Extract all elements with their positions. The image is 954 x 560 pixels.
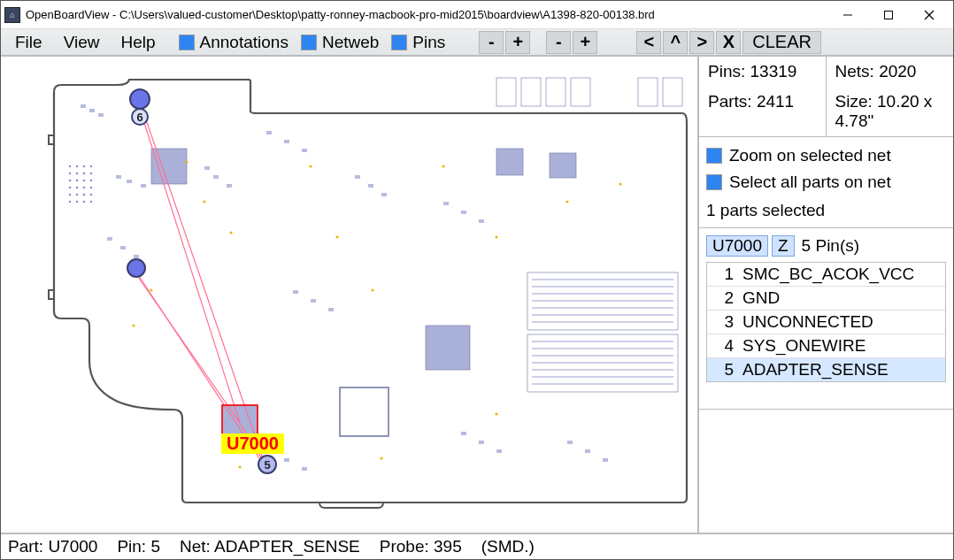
pin-row[interactable]: 3UNCONNECTED xyxy=(707,311,945,334)
part-z-button[interactable]: Z xyxy=(772,235,795,257)
close-button[interactable] xyxy=(909,2,950,28)
svg-rect-35 xyxy=(381,193,387,196)
pin-marker-top xyxy=(129,88,150,110)
toggle-annotations[interactable]: Annotations xyxy=(175,31,296,54)
nav-up-button[interactable]: ^ xyxy=(663,31,688,54)
svg-rect-47 xyxy=(496,449,502,453)
pin-row[interactable]: 1SMC_BC_ACOK_VCC xyxy=(707,263,945,287)
svg-rect-24 xyxy=(107,237,112,241)
nav-right-button[interactable]: > xyxy=(689,31,714,54)
svg-point-55 xyxy=(335,235,338,238)
svg-rect-28 xyxy=(213,175,219,179)
option-select-all-parts[interactable]: Select all parts on net xyxy=(699,169,953,196)
zoom-out-a-button[interactable]: - xyxy=(479,31,504,54)
board-size: Size: 10.20 x 4.78" xyxy=(827,87,954,136)
svg-rect-50 xyxy=(603,458,608,462)
toggle-label: Annotations xyxy=(200,33,289,52)
pin-number: 5 xyxy=(712,360,734,380)
part-highlight-label: U7000 xyxy=(221,433,284,454)
svg-rect-43 xyxy=(284,458,289,462)
svg-rect-39 xyxy=(293,290,298,294)
status-pin: Pin: 5 xyxy=(117,537,160,556)
svg-point-87 xyxy=(76,201,79,203)
option-label: Zoom on selected net xyxy=(729,146,891,165)
part-ref-badge[interactable]: U7000 xyxy=(706,235,768,257)
svg-rect-23 xyxy=(141,184,146,188)
nav-left-button[interactable]: < xyxy=(636,31,661,54)
svg-point-52 xyxy=(203,200,205,203)
option-zoom-on-net[interactable]: Zoom on selected net xyxy=(699,142,953,169)
svg-rect-13 xyxy=(571,78,590,106)
svg-point-60 xyxy=(619,182,621,185)
minimize-button[interactable] xyxy=(827,2,868,28)
svg-point-77 xyxy=(90,180,93,182)
pin-row[interactable]: 4SYS_ONEWIRE xyxy=(707,334,945,358)
zoom-in-b-button[interactable]: + xyxy=(573,31,597,54)
checkbox-icon xyxy=(179,35,195,50)
nets-count: Nets: 2020 xyxy=(827,57,954,87)
pin-row[interactable]: 2GND xyxy=(707,287,945,311)
svg-point-79 xyxy=(76,187,79,189)
svg-point-81 xyxy=(90,187,93,189)
svg-rect-37 xyxy=(461,211,466,214)
svg-point-72 xyxy=(83,173,86,175)
zoom-out-b-button[interactable]: - xyxy=(546,31,571,54)
toggle-netweb[interactable]: Netweb xyxy=(297,31,386,54)
checkbox-icon xyxy=(706,174,722,190)
svg-rect-45 xyxy=(461,432,466,435)
svg-point-80 xyxy=(83,187,86,189)
svg-point-62 xyxy=(380,456,382,459)
svg-rect-11 xyxy=(521,78,541,106)
toggle-label: Pins xyxy=(412,33,445,52)
status-probe: Probe: 395 xyxy=(380,537,462,556)
svg-rect-9 xyxy=(550,153,576,178)
maximize-button[interactable] xyxy=(868,2,909,28)
side-panel: Pins: 13319 Nets: 2020 Parts: 2411 Size:… xyxy=(697,57,953,533)
pin-net-name: UNCONNECTED xyxy=(742,312,873,332)
svg-point-71 xyxy=(76,173,79,175)
svg-point-67 xyxy=(76,165,79,168)
svg-point-51 xyxy=(185,160,188,163)
svg-point-64 xyxy=(132,324,135,326)
svg-rect-15 xyxy=(663,78,682,106)
svg-point-89 xyxy=(90,201,93,203)
svg-point-53 xyxy=(229,231,232,234)
pin-net-name: ADAPTER_SENSE xyxy=(742,360,889,380)
svg-point-82 xyxy=(69,194,72,196)
svg-rect-29 xyxy=(227,184,232,188)
pin-number: 4 xyxy=(712,336,734,356)
board-view[interactable]: 6 5 U7000 xyxy=(1,57,697,533)
svg-rect-1 xyxy=(885,11,893,19)
svg-point-83 xyxy=(76,194,79,196)
menu-view[interactable]: View xyxy=(55,31,111,54)
svg-rect-14 xyxy=(638,78,658,106)
svg-rect-34 xyxy=(368,184,373,188)
status-net: Net: ADAPTER_SENSE xyxy=(180,537,360,556)
main-area: 6 5 U7000 Pins: 13319 Nets: 2020 Parts: … xyxy=(1,56,953,533)
pin-row[interactable]: 5ADAPTER_SENSE xyxy=(707,358,945,381)
svg-line-104 xyxy=(141,104,266,469)
window-title: OpenBoardView - C:\Users\valued-customer… xyxy=(26,8,827,21)
pin-marker-5: 5 xyxy=(258,455,277,474)
svg-point-68 xyxy=(83,165,86,168)
svg-rect-46 xyxy=(479,441,484,444)
nav-x-button[interactable]: X xyxy=(716,31,741,54)
svg-rect-19 xyxy=(89,109,95,112)
window-controls xyxy=(827,2,950,28)
zoom-in-a-button[interactable]: + xyxy=(505,31,530,54)
svg-point-88 xyxy=(83,201,86,203)
menu-help[interactable]: Help xyxy=(112,31,165,54)
menu-file[interactable]: File xyxy=(6,31,53,54)
svg-point-74 xyxy=(69,180,72,182)
clear-button[interactable]: CLEAR xyxy=(742,31,821,54)
pins-count: Pins: 13319 xyxy=(699,57,827,87)
svg-point-69 xyxy=(90,165,93,168)
svg-point-76 xyxy=(83,180,86,182)
svg-rect-27 xyxy=(204,166,210,170)
toggle-pins[interactable]: Pins xyxy=(388,31,452,54)
svg-rect-30 xyxy=(266,131,272,134)
pin-number: 2 xyxy=(712,288,734,308)
svg-rect-7 xyxy=(426,326,470,370)
svg-point-61 xyxy=(495,412,497,415)
svg-line-106 xyxy=(139,106,240,423)
